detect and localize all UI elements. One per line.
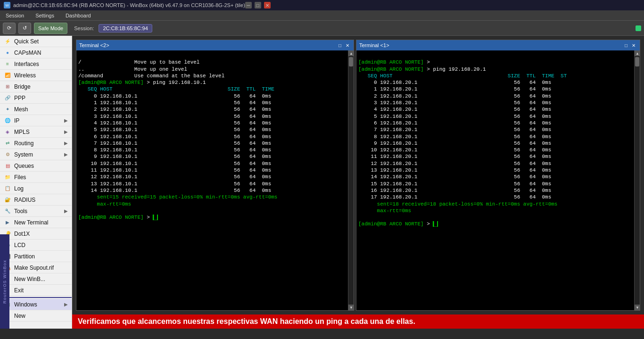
terminal-left-scrollbar[interactable]: ▲ ▼ bbox=[348, 50, 354, 310]
sidebar-label-new-winbox: New WinB... bbox=[14, 276, 45, 282]
sidebar-item-quick-set[interactable]: ⚡ Quick Set bbox=[0, 36, 72, 47]
sidebar-item-exit[interactable]: ✕ Exit bbox=[0, 285, 72, 296]
scroll-track-left bbox=[348, 56, 354, 305]
sidebar-label-system: System bbox=[14, 151, 33, 158]
sidebar-item-partition[interactable]: 💾 Partition bbox=[0, 251, 72, 262]
sidebar-item-bridge[interactable]: ⊞ Bridge bbox=[0, 81, 72, 92]
sidebar-item-tools[interactable]: 🔧 Tools ▶ bbox=[0, 206, 72, 217]
log-icon: 📋 bbox=[4, 185, 11, 192]
tools-arrow: ▶ bbox=[64, 208, 68, 214]
close-button[interactable]: ✕ bbox=[264, 2, 271, 8]
sidebar-label-ip: IP bbox=[14, 117, 19, 124]
menu-settings[interactable]: Settings bbox=[33, 12, 56, 19]
toolbar: ⟳ ↺ Safe Mode Session: 2C:C8:1B:65:8C:94 bbox=[0, 21, 644, 36]
main-layout: ⚡ Quick Set ● CAPsMAN ≡ Interfaces 📶 Wir… bbox=[0, 36, 644, 329]
menu-dashboard[interactable]: Dashboard bbox=[64, 12, 93, 19]
reconnect-button[interactable]: ↺ bbox=[18, 23, 31, 34]
sidebar-item-wireless[interactable]: 📶 Wireless bbox=[0, 70, 72, 81]
terminal-right-titlebar: Terminal <1> □ ✕ bbox=[356, 40, 640, 50]
sidebar-item-dot1x[interactable]: 🔑 Dot1X bbox=[0, 228, 72, 240]
bridge-icon: ⊞ bbox=[4, 83, 11, 90]
sidebar-item-make-supout[interactable]: 📤 Make Supout.rif bbox=[0, 262, 72, 273]
terminal-right-close[interactable]: ✕ bbox=[630, 42, 637, 49]
sidebar-item-lcd[interactable]: ▭ LCD bbox=[0, 240, 72, 251]
sidebar-label-dot1x: Dot1X bbox=[14, 231, 30, 237]
terminal-left-close[interactable]: ✕ bbox=[344, 42, 351, 49]
sidebar-item-new[interactable]: + New bbox=[0, 310, 72, 322]
new-terminal-icon: ▶ bbox=[4, 219, 11, 226]
maximize-button[interactable]: □ bbox=[255, 2, 261, 8]
interfaces-icon: ≡ bbox=[4, 61, 11, 67]
sidebar-label-wireless: Wireless bbox=[14, 72, 36, 79]
sidebar-item-mpls[interactable]: ◈ MPLS ▶ bbox=[0, 126, 72, 138]
sidebar-label-tools: Tools bbox=[14, 208, 27, 215]
sidebar-item-capsman[interactable]: ● CAPsMAN bbox=[0, 47, 72, 58]
ip-arrow: ▶ bbox=[64, 118, 68, 123]
windows-arrow: ▶ bbox=[64, 302, 68, 307]
files-icon: 📁 bbox=[4, 174, 11, 181]
sidebar-label-make-supout: Make Supout.rif bbox=[14, 265, 54, 271]
system-icon: ⚙ bbox=[4, 151, 11, 158]
connection-indicator bbox=[636, 25, 641, 31]
refresh-button[interactable]: ⟳ bbox=[3, 23, 16, 34]
quick-set-icon: ⚡ bbox=[4, 38, 11, 45]
terminal-right-body[interactable]: [admin@RB ARCO NORTE] > [admin@RB ARCO N… bbox=[356, 50, 640, 310]
sidebar-item-ip[interactable]: 🌐 IP ▶ bbox=[0, 115, 72, 126]
sidebar-label-exit: Exit bbox=[14, 287, 24, 294]
sidebar-item-interfaces[interactable]: ≡ Interfaces bbox=[0, 58, 72, 70]
terminal-left-titlebar: Terminal <2> □ ✕ bbox=[76, 40, 354, 50]
sidebar-item-log[interactable]: 📋 Log bbox=[0, 183, 72, 194]
sidebar-label-quick-set: Quick Set bbox=[14, 38, 39, 45]
terminal-right: Terminal <1> □ ✕ [admin@RB ARCO NORTE] >… bbox=[356, 40, 640, 311]
menu-session[interactable]: Session bbox=[4, 12, 26, 19]
annotation-bar: Verificamos que alcancemos nuestras resp… bbox=[72, 314, 644, 329]
wireless-icon: 📶 bbox=[4, 72, 11, 79]
sidebar-item-queues[interactable]: ▤ Queues bbox=[0, 160, 72, 172]
sidebar-label-windows: Windows bbox=[14, 301, 37, 308]
scroll-thumb-left bbox=[349, 57, 353, 66]
sidebar-item-radius[interactable]: 🔐 RADIUS bbox=[0, 194, 72, 206]
terminal-left-maximize[interactable]: □ bbox=[337, 42, 343, 49]
annotation-text: Verificamos que alcancemos nuestras resp… bbox=[78, 317, 415, 326]
terminal-right-title: Terminal <1> bbox=[359, 42, 622, 48]
sidebar-label-lcd: LCD bbox=[14, 242, 25, 248]
sidebar-item-routing[interactable]: ⇄ Routing ▶ bbox=[0, 138, 72, 149]
sidebar-label-queues: Queues bbox=[14, 163, 34, 169]
scroll-up-left[interactable]: ▲ bbox=[348, 50, 354, 56]
routing-arrow: ▶ bbox=[64, 141, 68, 146]
minimize-button[interactable]: ─ bbox=[245, 2, 252, 8]
routeros-label: RouterOS WinBox bbox=[2, 260, 7, 304]
sidebar-label-files: Files bbox=[14, 174, 26, 181]
scroll-up-right[interactable]: ▲ bbox=[635, 50, 640, 56]
terminal-right-maximize[interactable]: □ bbox=[623, 42, 629, 49]
sidebar-label-ppp: PPP bbox=[14, 95, 25, 101]
title-controls: ─ □ ✕ bbox=[245, 2, 271, 8]
sidebar-label-log: Log bbox=[14, 185, 24, 192]
terminal-left-body[interactable]: / Move up to base level .. Move up one l… bbox=[76, 50, 354, 310]
terminals-container: Terminal <2> □ ✕ / Move up to base level… bbox=[72, 36, 644, 314]
title-bar: W admin@2C:C8:1B:65:8C:94 (RB ARCO NORTE… bbox=[0, 0, 644, 10]
sidebar-label-radius: RADIUS bbox=[14, 197, 35, 203]
scroll-down-right[interactable]: ▼ bbox=[635, 305, 640, 310]
scroll-down-left[interactable]: ▼ bbox=[348, 305, 354, 310]
terminal-right-scrollbar[interactable]: ▲ ▼ bbox=[634, 50, 640, 310]
ppp-icon: 🔗 bbox=[4, 95, 11, 101]
menu-bar: Session Settings Dashboard bbox=[0, 10, 644, 21]
sidebar-label-routing: Routing bbox=[14, 140, 33, 147]
sidebar-item-system[interactable]: ⚙ System ▶ bbox=[0, 149, 72, 160]
sidebar-item-new-winbox[interactable]: 🖥 New WinB... bbox=[0, 273, 72, 285]
sidebar: ⚡ Quick Set ● CAPsMAN ≡ Interfaces 📶 Wir… bbox=[0, 36, 72, 329]
radius-icon: 🔐 bbox=[4, 197, 11, 203]
safe-mode-button[interactable]: Safe Mode bbox=[34, 23, 67, 34]
sidebar-label-mpls: MPLS bbox=[14, 129, 30, 135]
ip-icon: 🌐 bbox=[4, 117, 11, 124]
sidebar-item-windows[interactable]: ▦ Windows ▶ bbox=[0, 299, 72, 310]
mesh-icon: ✦ bbox=[4, 106, 11, 113]
sidebar-item-new-terminal[interactable]: ▶ New Terminal bbox=[0, 217, 72, 228]
sidebar-item-mesh[interactable]: ✦ Mesh bbox=[0, 104, 72, 115]
terminal-left-title: Terminal <2> bbox=[79, 42, 336, 48]
sidebar-item-ppp[interactable]: 🔗 PPP bbox=[0, 92, 72, 104]
sidebar-item-files[interactable]: 📁 Files bbox=[0, 172, 72, 183]
sidebar-label-partition: Partition bbox=[14, 253, 35, 260]
queues-icon: ▤ bbox=[4, 163, 11, 169]
